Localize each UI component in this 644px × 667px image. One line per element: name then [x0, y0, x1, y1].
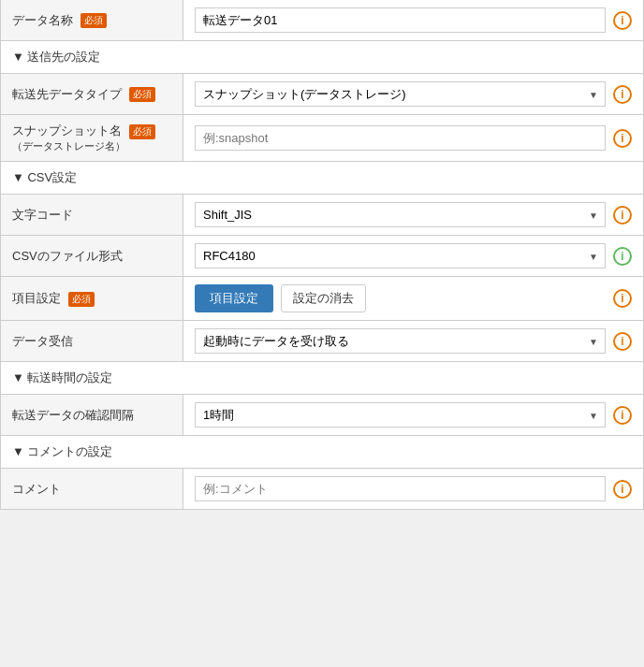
data-receive-select-wrap: 起動時にデータを受け取る 定期的にデータを受け取る [195, 328, 606, 354]
interval-cell: 1時間 30分 15分 i [183, 395, 644, 436]
interval-info-icon[interactable]: i [613, 406, 632, 425]
item-settings-label: 項目設定 必須 [1, 277, 183, 321]
destination-type-cell: スナップショット(データストレージ) i [183, 74, 644, 115]
destination-type-required: 必須 [129, 87, 155, 102]
comment-cell: i [183, 469, 644, 510]
item-settings-btn-row: 項目設定 設定の消去 [195, 284, 606, 312]
char-code-cell: Shift_JIS UTF-8 EUC-JP i [183, 195, 644, 236]
section-send-header: ▼ 送信先の設定 [1, 41, 644, 74]
interval-label: 転送データの確認間隔 [1, 395, 183, 436]
interval-select[interactable]: 1時間 30分 15分 [195, 402, 606, 428]
data-name-input[interactable] [195, 7, 606, 33]
item-settings-button[interactable]: 項目設定 [195, 284, 273, 312]
interval-select-wrap: 1時間 30分 15分 [195, 402, 606, 428]
snapshot-name-required: 必須 [129, 124, 155, 139]
clear-settings-button[interactable]: 設定の消去 [281, 284, 366, 312]
destination-type-label: 転送先データタイプ 必須 [1, 74, 183, 115]
data-receive-label: データ受信 [1, 321, 183, 362]
section-time-header: ▼ 転送時間の設定 [1, 362, 644, 395]
section-csv-header: ▼ CSV設定 [1, 162, 644, 195]
data-name-label: データ名称 必須 [1, 0, 183, 41]
char-code-select[interactable]: Shift_JIS UTF-8 EUC-JP [195, 202, 606, 227]
comment-input[interactable] [195, 476, 606, 501]
required-badge: 必須 [80, 13, 107, 28]
item-settings-required: 必須 [68, 292, 95, 307]
csv-format-info-icon[interactable]: i [613, 247, 632, 266]
csv-format-label: CSVのファイル形式 [1, 236, 183, 277]
comment-label: コメント [1, 469, 183, 510]
data-receive-cell: 起動時にデータを受け取る 定期的にデータを受け取る i [183, 321, 644, 362]
item-settings-cell: 項目設定 設定の消去 i [183, 277, 644, 321]
data-receive-select[interactable]: 起動時にデータを受け取る 定期的にデータを受け取る [195, 328, 606, 354]
snapshot-name-label: スナップショット名 必須 （データストレージ名） [1, 115, 183, 162]
comment-info-icon[interactable]: i [613, 480, 632, 499]
snapshot-name-input[interactable] [195, 125, 606, 151]
char-code-label: 文字コード [1, 195, 183, 236]
section-comment-header: ▼ コメントの設定 [1, 436, 644, 469]
destination-type-select-wrap: スナップショット(データストレージ) [195, 81, 606, 107]
csv-format-select-wrap: RFC4180 カスタム [195, 243, 606, 268]
data-name-info-icon[interactable]: i [613, 11, 632, 30]
char-code-select-wrap: Shift_JIS UTF-8 EUC-JP [195, 202, 606, 227]
csv-format-cell: RFC4180 カスタム i [183, 236, 644, 277]
snapshot-name-info-icon[interactable]: i [613, 129, 632, 148]
item-settings-info-icon[interactable]: i [613, 289, 632, 308]
snapshot-name-cell: i [183, 115, 644, 162]
data-name-cell: i [183, 0, 644, 41]
csv-format-select[interactable]: RFC4180 カスタム [195, 243, 606, 268]
destination-type-select[interactable]: スナップショット(データストレージ) [195, 81, 606, 107]
data-receive-info-icon[interactable]: i [613, 332, 632, 351]
destination-type-info-icon[interactable]: i [613, 85, 632, 104]
char-code-info-icon[interactable]: i [613, 206, 632, 225]
